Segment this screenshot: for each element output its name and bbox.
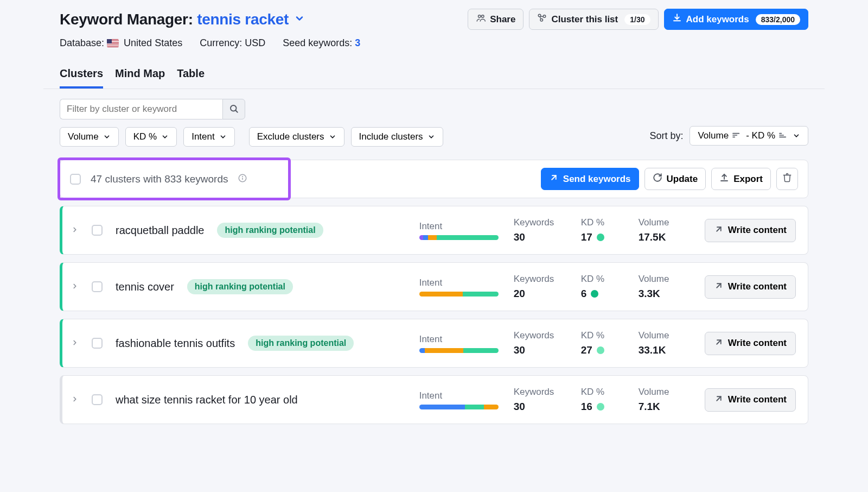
info-icon[interactable] xyxy=(238,173,247,185)
kd-value: 16 xyxy=(581,401,623,413)
trash-icon xyxy=(782,173,792,185)
filter-volume[interactable]: Volume xyxy=(60,127,119,147)
write-icon xyxy=(714,337,724,350)
write-icon xyxy=(714,281,724,293)
tab-mind-map[interactable]: Mind Map xyxy=(115,63,165,89)
tab-table[interactable]: Table xyxy=(177,63,205,89)
intent-segment xyxy=(425,348,464,353)
cluster-checkbox[interactable] xyxy=(92,225,103,236)
sort-primary: Volume xyxy=(698,130,729,141)
sort-asc-icon xyxy=(778,130,787,141)
filter-kd[interactable]: KD % xyxy=(125,127,177,147)
update-button[interactable]: Update xyxy=(644,168,706,190)
currency-meta: Currency: USD xyxy=(200,37,265,49)
keywords-value: 30 xyxy=(514,344,566,356)
intent-label: Intent xyxy=(419,221,499,232)
sort-label: Sort by: xyxy=(649,130,683,142)
cluster-name[interactable]: tennis cover xyxy=(116,281,174,293)
ranking-badge: high ranking potential xyxy=(248,336,354,351)
cluster-name[interactable]: fashionable tennis outfits xyxy=(116,337,235,350)
ranking-badge: high ranking potential xyxy=(217,223,323,238)
keywords-label: Keywords xyxy=(514,217,566,228)
export-button[interactable]: Export xyxy=(711,168,771,190)
intent-label: Intent xyxy=(419,390,499,401)
keywords-value: 30 xyxy=(514,231,566,243)
search-button[interactable] xyxy=(222,99,245,119)
chevron-right-icon[interactable] xyxy=(71,339,79,348)
chevron-down-icon[interactable] xyxy=(294,13,305,26)
kd-dot-icon xyxy=(597,403,604,411)
seed-count[interactable]: 3 xyxy=(355,37,360,48)
intent-segment xyxy=(463,348,498,353)
kd-label: KD % xyxy=(581,330,623,341)
send-label: Send keywords xyxy=(563,174,631,185)
write-content-button[interactable]: Write content xyxy=(705,388,796,412)
database-value: United States xyxy=(124,37,182,48)
chevron-down-icon xyxy=(793,132,800,140)
kd-value: 6 xyxy=(581,288,623,300)
cluster-list-button[interactable]: Cluster this list 1/30 xyxy=(529,9,658,30)
kd-dot-icon xyxy=(597,234,604,241)
database-label: Database: xyxy=(60,37,104,48)
title-topic[interactable]: tennis racket xyxy=(197,11,289,28)
intent-segment xyxy=(465,405,484,409)
share-button[interactable]: Share xyxy=(468,9,524,30)
seed-label: Seed keywords: xyxy=(283,37,352,48)
filter-intent[interactable]: Intent xyxy=(183,127,235,147)
chevron-right-icon[interactable] xyxy=(71,282,79,292)
svg-point-4 xyxy=(540,19,543,22)
intent-segment xyxy=(419,348,425,353)
write-content-button[interactable]: Write content xyxy=(705,275,796,299)
write-icon xyxy=(714,394,724,406)
intent-segment xyxy=(484,405,498,409)
filter-input[interactable] xyxy=(60,99,222,119)
volume-label: Volume xyxy=(639,387,682,398)
cluster-checkbox[interactable] xyxy=(92,394,103,405)
chevron-down-icon xyxy=(329,133,336,141)
seed-meta: Seed keywords: 3 xyxy=(283,37,360,49)
chevron-down-icon xyxy=(103,133,111,141)
select-all-checkbox[interactable] xyxy=(70,174,81,185)
page-title: Keyword Manager: tennis racket xyxy=(60,11,289,28)
write-content-button[interactable]: Write content xyxy=(705,219,796,242)
chevron-right-icon[interactable] xyxy=(71,226,79,235)
filter-exclude[interactable]: Exclude clusters xyxy=(249,127,344,147)
svg-point-1 xyxy=(482,15,484,18)
sort-button[interactable]: Volume - KD % xyxy=(690,126,808,146)
write-content-button[interactable]: Write content xyxy=(705,332,796,355)
intent-bar xyxy=(419,235,499,240)
svg-point-17 xyxy=(242,176,243,177)
intent-label: Intent xyxy=(419,334,499,345)
cluster-row: racquetball paddle high ranking potentia… xyxy=(60,206,808,255)
cluster-checkbox[interactable] xyxy=(92,338,103,349)
volume-value: 7.1K xyxy=(639,401,682,413)
cluster-name[interactable]: racquetball paddle xyxy=(116,224,204,237)
svg-line-6 xyxy=(540,17,541,19)
summary-text: 47 clusters with 833 keywords xyxy=(91,173,228,185)
chevron-right-icon[interactable] xyxy=(71,395,79,405)
tab-clusters[interactable]: Clusters xyxy=(60,63,103,89)
intent-segment xyxy=(437,235,499,240)
filter-include[interactable]: Include clusters xyxy=(351,127,443,147)
filter-kd-label: KD % xyxy=(133,131,157,142)
send-keywords-button[interactable]: Send keywords xyxy=(541,168,639,190)
search-icon xyxy=(229,104,239,115)
add-keywords-label: Add keywords xyxy=(686,14,749,25)
kd-label: KD % xyxy=(581,274,623,285)
cluster-name[interactable]: what size tennis racket for 10 year old xyxy=(116,394,298,406)
write-label: Write content xyxy=(728,225,787,236)
chevron-down-icon xyxy=(427,133,435,141)
sort-desc-icon xyxy=(732,130,741,141)
keywords-value: 20 xyxy=(514,288,566,300)
keywords-label: Keywords xyxy=(514,387,566,398)
cluster-checkbox[interactable] xyxy=(92,281,103,292)
cluster-icon xyxy=(537,13,547,26)
intent-bar xyxy=(419,292,499,297)
add-keywords-button[interactable]: Add keywords 833/2,000 xyxy=(664,9,809,30)
cluster-row: tennis cover high ranking potential Inte… xyxy=(60,262,808,311)
us-flag-icon xyxy=(107,39,119,47)
delete-button[interactable] xyxy=(776,168,798,190)
filter-intent-label: Intent xyxy=(192,131,215,142)
add-keywords-count: 833/2,000 xyxy=(756,14,800,25)
ranking-badge: high ranking potential xyxy=(187,279,293,294)
